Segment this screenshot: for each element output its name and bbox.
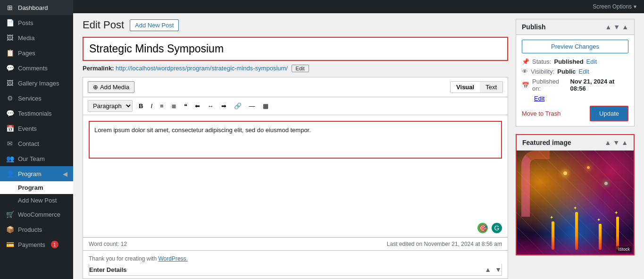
image-badge: iStock	[616, 246, 632, 253]
products-icon: 📦	[6, 226, 14, 233]
right-column: Publish ▲ ▼ ▲ Preview Changes 📌 Status: …	[516, 19, 635, 279]
editor-area[interactable]: Lorem ipsum dolor sit amet, consectetur …	[83, 115, 508, 237]
status-row: 📌 Status: Published Edit	[522, 58, 628, 65]
visibility-value: Public	[557, 68, 576, 75]
payments-badge: 1	[51, 241, 59, 248]
unordered-list-button[interactable]: ≡	[157, 101, 167, 111]
sidebar-item-contact[interactable]: ✉ Contact	[0, 136, 73, 151]
media-icon: 🖼	[6, 34, 14, 42]
page-content-area: Edit Post Add New Post Permalink: http:/…	[73, 13, 644, 279]
add-media-toolbar: ⊕ Add Media Visual Text	[83, 77, 508, 97]
align-right-button[interactable]: ➡	[218, 101, 230, 111]
preview-changes-button[interactable]: Preview Changes	[522, 40, 628, 53]
page-header: Edit Post Add New Post	[83, 19, 508, 31]
sidebar-item-dashboard[interactable]: ⊞ Dashboard	[0, 0, 73, 15]
comments-icon: 💬	[6, 64, 14, 72]
translate-icon[interactable]: G	[492, 223, 502, 233]
payments-icon: 💳	[6, 241, 14, 248]
sidebar-item-pages[interactable]: 📋 Pages	[0, 45, 73, 60]
tab-visual[interactable]: Visual	[451, 82, 480, 93]
italic-button[interactable]: I	[147, 101, 156, 111]
status-icon: 📌	[522, 58, 529, 65]
enter-details-collapse-icons: ▲ ▼	[485, 266, 502, 273]
dashboard-icon: ⊞	[6, 4, 14, 11]
add-media-button[interactable]: ⊕ Add Media	[88, 81, 134, 93]
published-on-edit-link[interactable]: Edit	[534, 95, 544, 102]
blockquote-button[interactable]: ❝	[181, 101, 191, 111]
events-icon: 📅	[6, 125, 14, 132]
sidebar-item-media[interactable]: 🖼 Media	[0, 30, 73, 45]
tab-text[interactable]: Text	[480, 82, 502, 93]
title-input-wrapper	[83, 37, 508, 61]
grammar-icon[interactable]: 🎯	[477, 223, 488, 233]
collapse-down-icon-featured[interactable]: ▼	[613, 139, 619, 146]
featured-image-preview[interactable]: iStock	[517, 151, 634, 254]
posts-icon: 📄	[6, 19, 14, 26]
publish-box-header: Publish ▲ ▼ ▲	[516, 19, 634, 35]
update-button[interactable]: Update	[590, 106, 628, 121]
word-count-text: Word count: 12	[89, 241, 127, 247]
enter-details-bar: Enter Details ▲ ▼	[89, 264, 502, 276]
sidebar-item-gallery-images[interactable]: 🖼 Gallery Images	[0, 76, 73, 91]
thank-you-bar: Thank you for creating with WordPress.	[89, 254, 502, 264]
permalink-edit-button[interactable]: Edit	[292, 65, 309, 72]
main-content: Screen Options ▾ Edit Post Add New Post …	[73, 0, 644, 279]
sidebar-item-products[interactable]: 📦 Products	[0, 222, 73, 237]
word-count-bar: Word count: 12 Last edited on November 2…	[83, 237, 508, 251]
sidebar-item-testimonials[interactable]: 💬 Testimonials	[0, 106, 73, 121]
sidebar-item-comments[interactable]: 💬 Comments	[0, 60, 73, 76]
editor-content-wrapper[interactable]: Lorem ipsum dolor sit amet, consectetur …	[89, 121, 502, 159]
close-icon-featured[interactable]: ▲	[621, 139, 628, 146]
align-left-button[interactable]: ⬅	[192, 101, 203, 111]
paragraph-select[interactable]: Paragraph	[88, 100, 133, 112]
featured-image-box: Featured image ▲ ▼ ▲	[516, 134, 635, 255]
screen-options-button[interactable]: Screen Options ▾	[593, 3, 636, 10]
our-team-icon: 👥	[6, 155, 14, 162]
sidebar-item-our-team[interactable]: 👥 Our Team	[0, 151, 73, 166]
page-title: Edit Post	[83, 19, 124, 31]
sidebar-item-events[interactable]: 📅 Events	[0, 121, 73, 136]
visibility-row: 👁 Visibility: Public Edit	[522, 68, 628, 75]
wordpress-link[interactable]: WordPress.	[158, 255, 187, 262]
contact-icon: ✉	[6, 140, 14, 147]
publish-box-title: Publish	[522, 23, 546, 31]
align-center-button[interactable]: ↔	[204, 101, 217, 111]
visibility-edit-link[interactable]: Edit	[578, 68, 589, 75]
featured-image-header-icons: ▲ ▼ ▲	[604, 139, 628, 146]
ordered-list-button[interactable]: ≣	[168, 101, 180, 111]
enter-details-label: Enter Details	[89, 266, 126, 273]
add-new-post-button[interactable]: Add New Post	[130, 19, 179, 31]
collapse-up-icon-publish[interactable]: ▲	[605, 23, 611, 31]
pages-icon: 📋	[6, 49, 14, 57]
sidebar-item-posts[interactable]: 📄 Posts	[0, 15, 73, 30]
editor-content-text: Lorem ipsum dolor sit amet, consectetur …	[94, 127, 496, 134]
sidebar-item-program[interactable]: 👤 Program ◀	[0, 166, 73, 181]
sidebar-item-woocommerce[interactable]: 🛒 WooCommerce	[0, 207, 73, 222]
move-to-trash-link[interactable]: Move to Trash	[522, 110, 560, 117]
status-value: Published	[554, 58, 583, 65]
collapse-down-icon[interactable]: ▼	[495, 266, 502, 273]
collapse-up-icon-featured[interactable]: ▲	[604, 139, 611, 146]
sidebar-item-services[interactable]: ⚙ Services	[0, 91, 73, 106]
sidebar-item-payments[interactable]: 💳 Payments 1	[0, 237, 73, 252]
publish-box-header-icons: ▲ ▼ ▲	[605, 23, 628, 31]
collapse-down-icon-publish[interactable]: ▼	[613, 23, 620, 31]
horizontal-rule-button[interactable]: —	[246, 101, 259, 111]
table-button[interactable]: ▦	[259, 101, 272, 111]
post-title-input[interactable]	[84, 38, 507, 60]
status-edit-link[interactable]: Edit	[586, 58, 597, 65]
calendar-icon: 📅	[522, 82, 529, 89]
featured-image-box-header: Featured image ▲ ▼ ▲	[517, 135, 634, 151]
sidebar-subitem-add-new-post[interactable]: Add New Post	[0, 194, 73, 207]
bold-button[interactable]: B	[135, 101, 146, 111]
close-icon-publish[interactable]: ▲	[622, 23, 628, 31]
sidebar-subitem-program[interactable]: Program	[0, 181, 73, 194]
permalink-link[interactable]: http://localhost/wordpress/program/strat…	[116, 65, 288, 72]
published-on-row: 📅 Published on: Nov 21, 2024 at 08:56	[522, 78, 628, 92]
publish-box-body: Preview Changes 📌 Status: Published Edit…	[516, 35, 634, 126]
link-button[interactable]: 🔗	[231, 101, 245, 111]
visibility-icon: 👁	[522, 68, 528, 75]
collapse-up-icon[interactable]: ▲	[485, 266, 491, 273]
published-on-value: Nov 21, 2024 at 08:56	[570, 78, 628, 92]
visual-text-tabs: Visual Text	[450, 81, 503, 93]
